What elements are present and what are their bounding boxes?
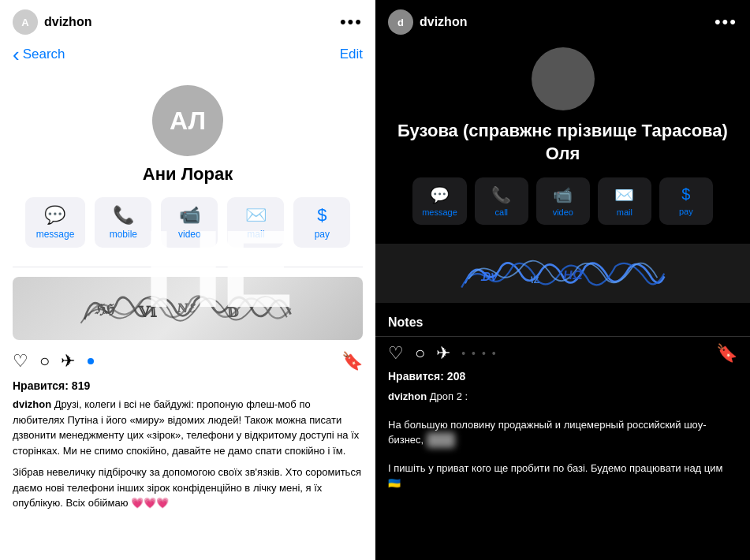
notes-label: Notes — [375, 309, 750, 336]
svg-text:𝔻: 𝔻 — [226, 305, 240, 320]
right-username-text: dvizhon — [420, 15, 467, 29]
right-post-username: dvizhon — [388, 390, 427, 402]
post-area: ℌℌ 𝕍𝕀 ℕℰ 𝔻 ♡ ○ ✈ 🔖 Нравится: 819 dvizhon… — [0, 267, 375, 560]
right-video-label: video — [553, 207, 573, 217]
right-username-container: d dvizhon — [388, 9, 467, 35]
left-username-text: dvizhon — [44, 15, 91, 29]
right-post-text2: На большую половину продажный и лицемерн… — [375, 414, 750, 451]
right-post-image: ᗪV ΙΖ НΩ — [375, 244, 750, 303]
right-mail-icon: ✉️ — [614, 185, 634, 204]
search-label: Search — [23, 47, 65, 62]
unread-indicator — [88, 358, 94, 364]
right-contact-header: Бузова (справжнє прізвище Тарасова) Оля … — [375, 39, 750, 237]
svg-text:ᗪV: ᗪV — [479, 271, 499, 283]
right-pay-label: pay — [679, 207, 693, 216]
right-share-icon[interactable]: ✈ — [436, 343, 450, 364]
post-image: ℌℌ 𝕍𝕀 ℕℰ 𝔻 — [13, 277, 363, 340]
right-mail-label: mail — [617, 207, 632, 217]
right-btn-mail[interactable]: ✉️ mail — [598, 177, 651, 225]
right-btn-call[interactable]: 📞 call — [475, 177, 528, 225]
likes-count: Нравится: 819 — [13, 379, 363, 392]
left-more-button[interactable]: ••• — [340, 12, 363, 32]
action-btn-mobile[interactable]: 📞 mobile — [95, 197, 151, 248]
right-post-text1: Дроп 2 : — [430, 390, 468, 402]
right-panel: d dvizhon ••• Бузова (справжнє прізвище … — [375, 0, 750, 560]
edit-button[interactable]: Edit — [340, 47, 363, 62]
post-text: dvizhon Друзі, колеги і всі не байдужі: … — [13, 397, 363, 458]
action-btn-mail[interactable]: ✉️ mail — [227, 197, 284, 248]
svg-text:ΙΖ: ΙΖ — [530, 275, 540, 286]
search-bar: Search Edit — [0, 39, 375, 69]
svg-text:ℕℰ: ℕℰ — [177, 302, 197, 315]
left-avatar-small: А — [13, 9, 38, 35]
post-text-2: Зібрав невеличку підбірочку за допомогою… — [13, 465, 363, 511]
pay-label: pay — [315, 229, 330, 240]
right-top-bar: d dvizhon ••• — [375, 0, 750, 39]
video-icon: 📹 — [179, 205, 200, 226]
mobile-label: mobile — [110, 229, 137, 240]
left-top-bar: А dvizhon ••• — [0, 0, 375, 39]
right-message-icon: 💬 — [430, 185, 450, 204]
graffiti-art: ℌℌ 𝕍𝕀 ℕℰ 𝔻 — [13, 277, 363, 340]
bookmark-icon[interactable]: 🔖 — [341, 351, 363, 371]
right-post-text3: І пишіть у приват кого ще пробити по баз… — [375, 457, 750, 495]
left-avatar-small-initials: А — [21, 17, 28, 28]
action-btn-video[interactable]: 📹 video — [161, 197, 218, 248]
right-comment-icon[interactable]: ○ — [415, 343, 425, 364]
post-content-1: Друзі, колеги і всі не байдужі: пропоную… — [13, 398, 359, 457]
right-btn-message[interactable]: 💬 message — [412, 177, 467, 225]
right-call-icon: 📞 — [491, 185, 511, 204]
right-video-icon: 📹 — [553, 185, 573, 204]
video-label: video — [178, 229, 201, 240]
action-btn-pay[interactable]: $ pay — [293, 197, 350, 248]
mail-icon: ✉️ — [245, 205, 267, 226]
right-post-text: dvizhon Дроп 2 : — [375, 386, 750, 408]
contact-avatar: АЛ — [152, 85, 223, 156]
right-contact-name: Бузова (справжнє прізвище Тарасова) Оля — [388, 120, 737, 165]
right-post-actions: ♡ ○ ✈ • • • • 🔖 — [375, 337, 750, 370]
right-bookmark-icon[interactable]: 🔖 — [716, 343, 737, 364]
right-heart-icon[interactable]: ♡ — [388, 343, 404, 364]
contact-name: Ани Лорак — [143, 164, 233, 185]
right-blurred-text — [427, 432, 455, 448]
left-panel: А dvizhon ••• Search Edit АЛ Ани Лорак 💬… — [0, 0, 375, 560]
right-call-label: call — [495, 207, 509, 217]
right-action-buttons: 💬 message 📞 call 📹 video ✉️ mail $ pay — [412, 177, 713, 225]
right-slide-dots: • • • • — [461, 347, 497, 360]
contact-card: АЛ Ани Лорак 💬 message 📞 mobile 📹 video … — [0, 69, 375, 267]
action-btn-message[interactable]: 💬 message — [25, 197, 86, 248]
post-username: dvizhon — [13, 398, 51, 410]
right-avatar-small: d — [388, 9, 413, 35]
post-actions: ♡ ○ ✈ 🔖 — [13, 348, 363, 375]
right-contact-avatar — [532, 47, 595, 110]
right-message-label: message — [422, 207, 457, 217]
share-icon[interactable]: ✈ — [61, 351, 75, 371]
contact-avatar-initials: АЛ — [170, 106, 206, 136]
svg-text:ℌℌ: ℌℌ — [93, 303, 117, 318]
phone-icon: 📞 — [113, 205, 134, 226]
search-back-button[interactable]: Search — [13, 44, 340, 65]
pay-icon: $ — [317, 205, 326, 226]
mail-label: mail — [247, 229, 264, 240]
right-likes-count: Нравится: 208 — [375, 370, 750, 386]
comment-icon[interactable]: ○ — [39, 351, 50, 371]
message-label: message — [36, 229, 75, 240]
right-btn-pay[interactable]: $ pay — [659, 177, 713, 225]
message-icon: 💬 — [44, 205, 65, 226]
left-username-container: А dvizhon — [13, 9, 91, 35]
svg-text:НΩ: НΩ — [562, 267, 584, 282]
right-avatar-small-text: d — [397, 17, 404, 28]
right-pay-icon: $ — [681, 185, 690, 203]
heart-icon[interactable]: ♡ — [13, 351, 28, 371]
action-buttons-row: 💬 message 📞 mobile 📹 video ✉️ mail $ pay — [25, 197, 351, 248]
right-more-button[interactable]: ••• — [715, 12, 737, 32]
right-btn-video[interactable]: 📹 video — [536, 177, 590, 225]
svg-text:𝕍𝕀: 𝕍𝕀 — [137, 304, 158, 320]
